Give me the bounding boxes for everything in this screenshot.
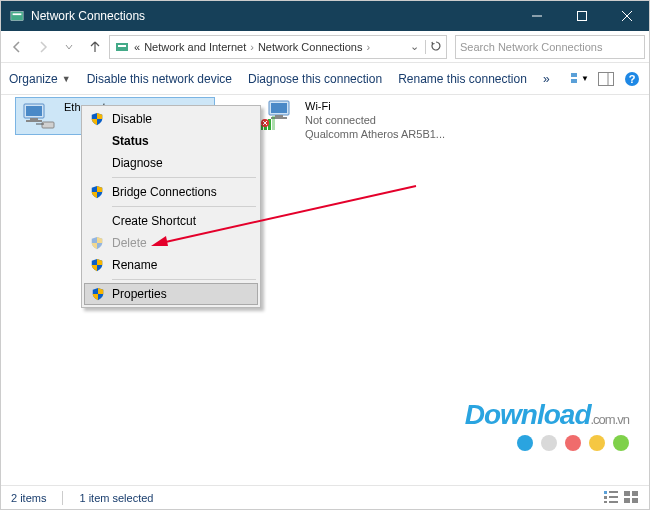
command-toolbar: Organize ▼ Disable this network device D…: [1, 63, 649, 95]
up-button[interactable]: [83, 35, 107, 59]
svg-rect-9: [571, 79, 577, 83]
refresh-button[interactable]: [425, 40, 442, 54]
details-view-button[interactable]: [603, 490, 619, 506]
svg-rect-38: [604, 496, 607, 499]
adapter-name: Wi-Fi: [305, 99, 445, 113]
svg-rect-46: [632, 498, 638, 503]
recent-dropdown[interactable]: [57, 35, 81, 59]
breadcrumb-prefix: «: [134, 41, 140, 53]
ctx-properties[interactable]: Properties: [84, 283, 258, 305]
dot: [613, 435, 629, 451]
svg-rect-37: [604, 491, 607, 494]
svg-rect-42: [609, 501, 618, 503]
dot: [541, 435, 557, 451]
forward-button[interactable]: [31, 35, 55, 59]
ctx-status[interactable]: Status: [84, 130, 258, 152]
svg-rect-20: [30, 118, 38, 120]
svg-rect-31: [272, 116, 275, 130]
dot: [517, 435, 533, 451]
minimize-button[interactable]: [514, 1, 559, 31]
context-menu: Disable Status Diagnose Bridge Connectio…: [81, 105, 261, 308]
shield-icon: [90, 185, 104, 199]
window-title: Network Connections: [31, 9, 514, 23]
dot: [589, 435, 605, 451]
svg-rect-40: [609, 491, 618, 493]
statusbar: 2 items 1 item selected: [1, 485, 649, 509]
status-selected-count: 1 item selected: [79, 492, 153, 504]
address-dropdown[interactable]: ⌄: [408, 40, 421, 53]
watermark: Download.com.vn: [465, 399, 629, 451]
ethernet-icon: [18, 100, 58, 132]
watermark-suffix: .com.vn: [590, 412, 629, 427]
svg-rect-1: [13, 13, 22, 15]
toolbar-overflow[interactable]: »: [543, 72, 550, 86]
status-item-count: 2 items: [11, 492, 46, 504]
shield-icon: [90, 236, 104, 250]
watermark-dots: [465, 435, 629, 451]
address-bar-row: « Network and Internet › Network Connect…: [1, 31, 649, 63]
maximize-button[interactable]: [559, 1, 604, 31]
wifi-icon: [259, 99, 299, 131]
organize-menu[interactable]: Organize ▼: [9, 72, 71, 86]
ctx-create-shortcut[interactable]: Create Shortcut: [84, 210, 258, 232]
shield-icon: [90, 112, 104, 126]
svg-rect-8: [571, 73, 577, 77]
shield-icon: [90, 258, 104, 272]
chevron-down-icon: ▼: [581, 74, 589, 83]
window-controls: [514, 1, 649, 31]
svg-rect-0: [11, 12, 23, 21]
window-icon: [9, 8, 25, 24]
chevron-down-icon: ▼: [62, 74, 71, 84]
ctx-diagnose[interactable]: Diagnose: [84, 152, 258, 174]
ctx-disable[interactable]: Disable: [84, 108, 258, 130]
breadcrumb-separator: ›: [366, 41, 370, 53]
svg-rect-14: [599, 72, 614, 85]
svg-rect-22: [42, 122, 54, 128]
svg-rect-19: [26, 106, 42, 116]
breadcrumb-item[interactable]: Network and Internet: [144, 41, 246, 53]
dot: [565, 435, 581, 451]
diagnose-connection-button[interactable]: Diagnose this connection: [248, 72, 382, 86]
disable-device-button[interactable]: Disable this network device: [87, 72, 232, 86]
adapter-description: Qualcomm Atheros AR5B1...: [305, 127, 445, 141]
menu-separator: [112, 177, 256, 178]
ctx-rename[interactable]: Rename: [84, 254, 258, 276]
svg-rect-3: [577, 12, 586, 21]
svg-rect-41: [609, 496, 618, 498]
watermark-text: Download: [465, 399, 591, 430]
svg-rect-26: [275, 115, 283, 117]
preview-pane-button[interactable]: [597, 70, 615, 88]
svg-text:?: ?: [629, 73, 636, 85]
search-input[interactable]: Search Network Connections: [455, 35, 645, 59]
ctx-delete: Delete: [84, 232, 258, 254]
menu-separator: [112, 206, 256, 207]
svg-rect-39: [604, 501, 607, 503]
titlebar: Network Connections: [1, 1, 649, 31]
view-options-button[interactable]: ▼: [571, 70, 589, 88]
svg-rect-44: [632, 491, 638, 496]
rename-connection-button[interactable]: Rename this connection: [398, 72, 527, 86]
svg-rect-25: [271, 103, 287, 113]
adapter-wifi[interactable]: Wi-Fi Not connected Qualcomm Atheros AR5…: [259, 99, 479, 141]
close-button[interactable]: [604, 1, 649, 31]
location-icon: [114, 39, 130, 55]
svg-rect-7: [118, 45, 126, 47]
menu-separator: [112, 279, 256, 280]
svg-rect-21: [26, 120, 42, 122]
search-placeholder: Search Network Connections: [460, 41, 602, 53]
breadcrumb-separator: ›: [250, 41, 254, 53]
help-button[interactable]: ?: [623, 70, 641, 88]
breadcrumb-item[interactable]: Network Connections: [258, 41, 363, 53]
shield-icon: [91, 287, 105, 301]
svg-rect-43: [624, 491, 630, 496]
ctx-bridge[interactable]: Bridge Connections: [84, 181, 258, 203]
separator: [62, 491, 63, 505]
svg-rect-45: [624, 498, 630, 503]
large-icons-view-button[interactable]: [623, 490, 639, 506]
address-box[interactable]: « Network and Internet › Network Connect…: [109, 35, 447, 59]
back-button[interactable]: [5, 35, 29, 59]
adapter-status: Not connected: [305, 113, 445, 127]
